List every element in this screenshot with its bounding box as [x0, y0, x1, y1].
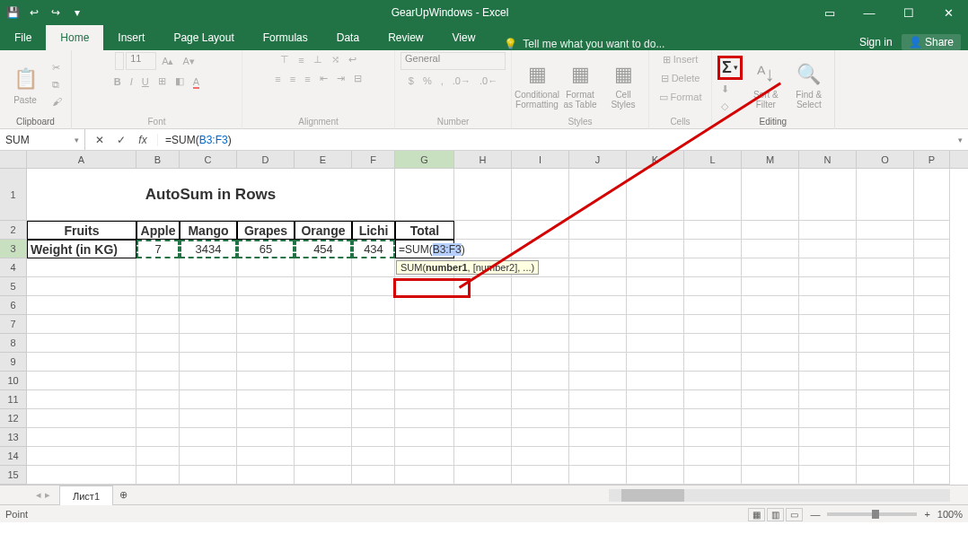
- cell-O11[interactable]: [857, 390, 914, 409]
- cell-O14[interactable]: [857, 447, 914, 466]
- expand-formula-bar-icon[interactable]: ▾: [953, 136, 968, 144]
- cell-D9[interactable]: [237, 353, 295, 372]
- cell-A10[interactable]: [27, 372, 136, 390]
- cell-G10[interactable]: [395, 372, 454, 390]
- cell-P7[interactable]: [914, 315, 950, 334]
- cell-N13[interactable]: [799, 428, 857, 447]
- cell-P9[interactable]: [914, 353, 950, 372]
- cell-K12[interactable]: [627, 409, 684, 428]
- column-header-L[interactable]: L: [684, 151, 742, 168]
- cell-G13[interactable]: [395, 428, 454, 447]
- cell-J6[interactable]: [569, 296, 627, 315]
- add-sheet-button[interactable]: ⊕: [113, 489, 133, 501]
- share-button[interactable]: 👤 Share: [902, 34, 961, 50]
- cell-K2[interactable]: [627, 221, 684, 240]
- cell-M8[interactable]: [742, 334, 799, 353]
- cell-C3[interactable]: 3434: [180, 240, 237, 258]
- cell-I9[interactable]: [512, 353, 569, 372]
- cell-L11[interactable]: [684, 390, 742, 409]
- cell-P15[interactable]: [914, 466, 950, 485]
- cell-I7[interactable]: [512, 315, 569, 334]
- cell-H11[interactable]: [454, 390, 512, 409]
- row-header-9[interactable]: 9: [0, 353, 27, 372]
- cell-G7[interactable]: [395, 315, 454, 334]
- cell-J9[interactable]: [569, 353, 627, 372]
- cell-B10[interactable]: [136, 372, 180, 390]
- cell-C4[interactable]: [180, 258, 237, 277]
- cell-H13[interactable]: [454, 428, 512, 447]
- cell-O8[interactable]: [857, 334, 914, 353]
- font-name-combo[interactable]: [115, 52, 124, 70]
- cell-O13[interactable]: [857, 428, 914, 447]
- cell-K11[interactable]: [627, 390, 684, 409]
- cell-B9[interactable]: [136, 353, 180, 372]
- cell-E14[interactable]: [295, 447, 352, 466]
- cell-H7[interactable]: [454, 315, 512, 334]
- cell-K10[interactable]: [627, 372, 684, 390]
- cell-G9[interactable]: [395, 353, 454, 372]
- cell-K5[interactable]: [627, 277, 684, 296]
- cell-P8[interactable]: [914, 334, 950, 353]
- cell-C10[interactable]: [180, 372, 237, 390]
- cell-K7[interactable]: [627, 315, 684, 334]
- zoom-in-icon[interactable]: +: [924, 509, 929, 520]
- zoom-slider[interactable]: [827, 512, 917, 516]
- align-center-icon[interactable]: ≡: [286, 72, 299, 86]
- cell-F5[interactable]: [352, 277, 395, 296]
- cell-N15[interactable]: [799, 466, 857, 485]
- cell-M11[interactable]: [742, 390, 799, 409]
- find-select-button[interactable]: 🔍Find & Select: [789, 59, 829, 109]
- cell-P2[interactable]: [914, 221, 950, 240]
- align-left-icon[interactable]: ≡: [271, 72, 284, 86]
- cell-D2[interactable]: Grapes: [237, 221, 295, 240]
- cell-H2[interactable]: [454, 221, 512, 240]
- cell-P1[interactable]: [914, 169, 950, 221]
- cell-P10[interactable]: [914, 372, 950, 390]
- cell-J2[interactable]: [569, 221, 627, 240]
- column-header-J[interactable]: J: [569, 151, 627, 168]
- cell-P4[interactable]: [914, 258, 950, 277]
- cell-C12[interactable]: [180, 409, 237, 428]
- cell-J5[interactable]: [569, 277, 627, 296]
- underline-button[interactable]: U: [138, 74, 153, 89]
- normal-view-icon[interactable]: ▦: [748, 508, 765, 521]
- cell-D8[interactable]: [237, 334, 295, 353]
- cell-J7[interactable]: [569, 315, 627, 334]
- cell-O7[interactable]: [857, 315, 914, 334]
- fill-button[interactable]: ⬇: [717, 82, 743, 97]
- cell-B15[interactable]: [136, 466, 180, 485]
- cell-I12[interactable]: [512, 409, 569, 428]
- cell-D12[interactable]: [237, 409, 295, 428]
- row-header-4[interactable]: 4: [0, 258, 27, 277]
- increase-decimal-icon[interactable]: .0→: [449, 74, 474, 88]
- cell-C6[interactable]: [180, 296, 237, 315]
- cell-C15[interactable]: [180, 466, 237, 485]
- cell-D4[interactable]: [237, 258, 295, 277]
- cell-C11[interactable]: [180, 390, 237, 409]
- select-all-corner[interactable]: [0, 151, 27, 168]
- cell-O15[interactable]: [857, 466, 914, 485]
- row-header-11[interactable]: 11: [0, 390, 27, 409]
- column-header-M[interactable]: M: [742, 151, 799, 168]
- cell-A9[interactable]: [27, 353, 136, 372]
- page-break-view-icon[interactable]: ▭: [786, 508, 803, 521]
- column-header-B[interactable]: B: [136, 151, 180, 168]
- format-cells-button[interactable]: ▭ Format: [656, 90, 706, 105]
- cell-M1[interactable]: [742, 169, 799, 221]
- cell-F4[interactable]: [352, 258, 395, 277]
- cell-E3[interactable]: 454: [295, 240, 352, 258]
- row-header-13[interactable]: 13: [0, 428, 27, 447]
- cell-D14[interactable]: [237, 447, 295, 466]
- cell-L6[interactable]: [684, 296, 742, 315]
- cell-I1[interactable]: [512, 169, 569, 221]
- row-header-14[interactable]: 14: [0, 447, 27, 466]
- cell-A4[interactable]: [27, 258, 136, 277]
- column-header-P[interactable]: P: [914, 151, 950, 168]
- cell-M9[interactable]: [742, 353, 799, 372]
- cell-J11[interactable]: [569, 390, 627, 409]
- cell-I8[interactable]: [512, 334, 569, 353]
- cell-N8[interactable]: [799, 334, 857, 353]
- cell-K4[interactable]: [627, 258, 684, 277]
- cell-B2[interactable]: Apple: [136, 221, 180, 240]
- cell-C5[interactable]: [180, 277, 237, 296]
